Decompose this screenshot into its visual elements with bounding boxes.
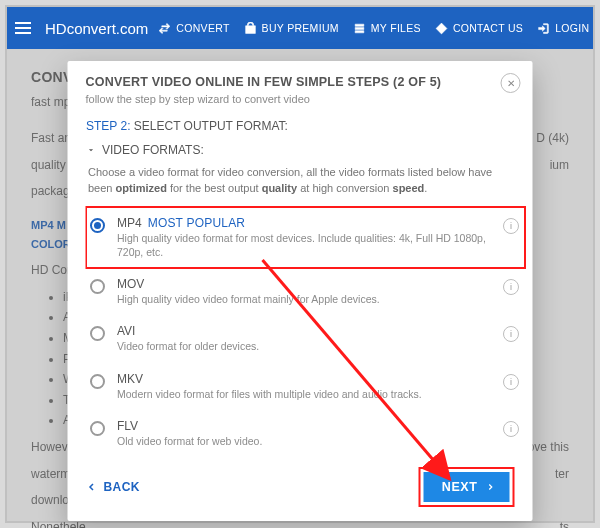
format-option-mp4[interactable]: MP4MOST POPULARHigh quality video format… (86, 207, 525, 268)
chevron-right-icon (486, 482, 496, 492)
menu-icon[interactable] (13, 17, 33, 39)
nav-label: LOGIN (555, 22, 589, 34)
dialog-title: CONVERT VIDEO ONLINE IN FEW SIMPLE STEPS… (86, 75, 493, 89)
info-icon[interactable]: i (503, 218, 519, 234)
format-desc: High quality video video format mainly f… (117, 292, 491, 306)
convert-wizard-dialog: CONVERT VIDEO ONLINE IN FEW SIMPLE STEPS… (68, 61, 533, 521)
nav-login[interactable]: LOGIN (537, 22, 589, 35)
format-option-avi[interactable]: AVIVideo format for older devices.i (86, 315, 525, 362)
close-icon[interactable]: ✕ (501, 73, 521, 93)
format-name: AVI (117, 324, 491, 338)
section-video-formats[interactable]: VIDEO FORMATS: (86, 143, 525, 157)
format-option-mov[interactable]: MOVHigh quality video video format mainl… (86, 268, 525, 315)
radio-mov[interactable] (90, 279, 105, 294)
format-name: MOV (117, 277, 491, 291)
format-name: MP4MOST POPULAR (117, 216, 491, 230)
popular-badge: MOST POPULAR (147, 216, 245, 230)
nav-label: MY FILES (371, 22, 421, 34)
radio-mp4[interactable] (90, 218, 105, 233)
step-label: STEP 2: SELECT OUTPUT FORMAT: (86, 119, 525, 133)
format-desc: High quality video format for most devic… (117, 231, 491, 259)
back-button[interactable]: BACK (86, 480, 140, 494)
format-desc: Video format for older devices. (117, 339, 491, 353)
nav-premium[interactable]: BUY PREMIUM (244, 22, 339, 35)
dialog-subtitle: follow the step by step wizard to conver… (86, 93, 493, 105)
radio-mkv[interactable] (90, 374, 105, 389)
next-button[interactable]: NEXT (424, 472, 510, 502)
format-desc: Old video format for web video. (117, 434, 491, 448)
chevron-down-icon (86, 145, 96, 155)
info-icon[interactable]: i (503, 326, 519, 342)
dialog-scroll-area[interactable]: STEP 2: SELECT OUTPUT FORMAT: VIDEO FORM… (86, 119, 533, 457)
radio-flv[interactable] (90, 421, 105, 436)
format-name: FLV (117, 419, 491, 433)
radio-avi[interactable] (90, 326, 105, 341)
diamond-icon (435, 22, 448, 35)
info-icon[interactable]: i (503, 374, 519, 390)
login-icon (537, 22, 550, 35)
nav-label: CONTACT US (453, 22, 523, 34)
files-icon (353, 22, 366, 35)
nav-convert[interactable]: CONVERT (158, 22, 229, 35)
nav-contact[interactable]: CONTACT US (435, 22, 523, 35)
format-name: MKV (117, 372, 491, 386)
info-icon[interactable]: i (503, 279, 519, 295)
chevron-left-icon (86, 481, 98, 493)
section-hint: Choose a video format for video conversi… (88, 165, 515, 197)
format-option-flv[interactable]: FLVOld video format for web video.i (86, 410, 525, 457)
format-desc: Modern video format for files with multi… (117, 387, 491, 401)
nav-label: CONVERT (176, 22, 229, 34)
brand-title: HDconvert.com (45, 20, 148, 37)
format-option-mkv[interactable]: MKVModern video format for files with mu… (86, 363, 525, 410)
nav-files[interactable]: MY FILES (353, 22, 421, 35)
bag-icon (244, 22, 257, 35)
info-icon[interactable]: i (503, 421, 519, 437)
nav-label: BUY PREMIUM (262, 22, 339, 34)
swap-icon (158, 22, 171, 35)
